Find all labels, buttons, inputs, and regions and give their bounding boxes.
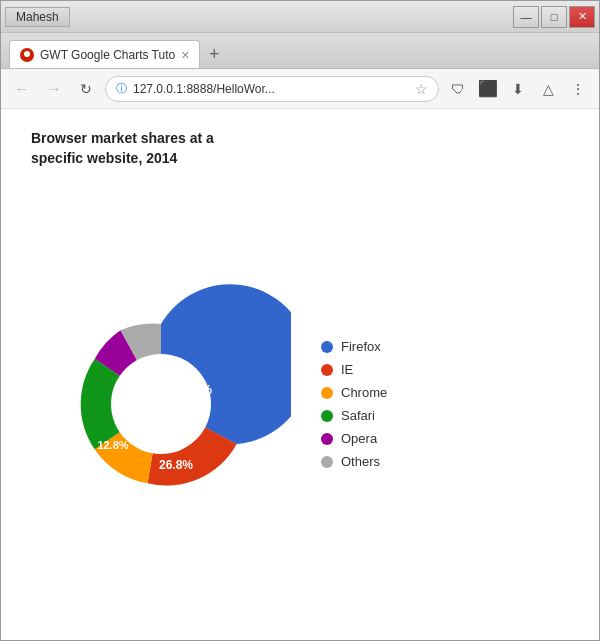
new-tab-button[interactable]: + <box>200 40 228 68</box>
tab-title: GWT Google Charts Tuto <box>40 48 175 62</box>
others-label-text: Others <box>341 454 380 469</box>
legend-item-opera: Opera <box>321 431 387 446</box>
safari-dot <box>321 410 333 422</box>
opera-label-text: Opera <box>341 431 377 446</box>
maximize-button[interactable]: □ <box>541 6 567 28</box>
address-bar[interactable]: ⓘ 127.0.0.1:8888/HelloWor... ☆ <box>105 76 439 102</box>
titlebar-user: Mahesh <box>5 7 70 27</box>
tabbar: GWT Google Charts Tuto × + <box>1 33 599 69</box>
close-button[interactable]: ✕ <box>569 6 595 28</box>
legend-item-safari: Safari <box>321 408 387 423</box>
secure-icon: ⓘ <box>116 81 127 96</box>
chrome-label-text: Chrome <box>341 385 387 400</box>
menu-button[interactable]: ⋮ <box>565 76 591 102</box>
firefox-label: 45% <box>186 382 212 397</box>
forward-button[interactable]: → <box>41 76 67 102</box>
download-icon-button[interactable]: ⬇ <box>505 76 531 102</box>
chrome-label: 12.8% <box>97 439 128 451</box>
tab-close-button[interactable]: × <box>181 47 189 63</box>
toolbar-icons: 🛡 ⬛ ⬇ △ ⋮ <box>445 76 591 102</box>
shield-icon-button[interactable]: 🛡 <box>445 76 471 102</box>
chart-area: 45% 26.8% 12.8% Firefox IE <box>31 188 569 620</box>
firefox-label-text: Firefox <box>341 339 381 354</box>
ie-label-text: IE <box>341 362 353 377</box>
ie-dot <box>321 364 333 376</box>
toolbar: ← → ↻ ⓘ 127.0.0.1:8888/HelloWor... ☆ 🛡 ⬛… <box>1 69 599 109</box>
minimize-button[interactable]: — <box>513 6 539 28</box>
legend-item-chrome: Chrome <box>321 385 387 400</box>
legend-item-others: Others <box>321 454 387 469</box>
safari-label-text: Safari <box>341 408 375 423</box>
bookmark-icon[interactable]: ☆ <box>415 81 428 97</box>
titlebar: Mahesh — □ ✕ <box>1 1 599 33</box>
ie-label: 26.8% <box>159 458 193 472</box>
donut-chart: 45% 26.8% 12.8% <box>31 274 291 534</box>
profile-icon-button[interactable]: △ <box>535 76 561 102</box>
extension-icon-button[interactable]: ⬛ <box>475 76 501 102</box>
address-text: 127.0.0.1:8888/HelloWor... <box>133 82 409 96</box>
content-area: Browser market shares at a specific webs… <box>1 109 599 640</box>
firefox-dot <box>321 341 333 353</box>
donut-svg: 45% 26.8% 12.8% <box>31 274 291 534</box>
titlebar-left: Mahesh <box>5 7 70 27</box>
browser-window: Mahesh — □ ✕ GWT Google Charts Tuto × + … <box>0 0 600 641</box>
titlebar-controls: — □ ✕ <box>513 6 595 28</box>
opera-dot <box>321 433 333 445</box>
chart-legend: Firefox IE Chrome Safari Opera <box>321 339 387 469</box>
tab-favicon <box>20 48 34 62</box>
back-button[interactable]: ← <box>9 76 35 102</box>
others-dot <box>321 456 333 468</box>
legend-item-firefox: Firefox <box>321 339 387 354</box>
legend-item-ie: IE <box>321 362 387 377</box>
active-tab[interactable]: GWT Google Charts Tuto × <box>9 40 200 68</box>
chart-title: Browser market shares at a specific webs… <box>31 129 231 168</box>
refresh-button[interactable]: ↻ <box>73 76 99 102</box>
chrome-dot <box>321 387 333 399</box>
